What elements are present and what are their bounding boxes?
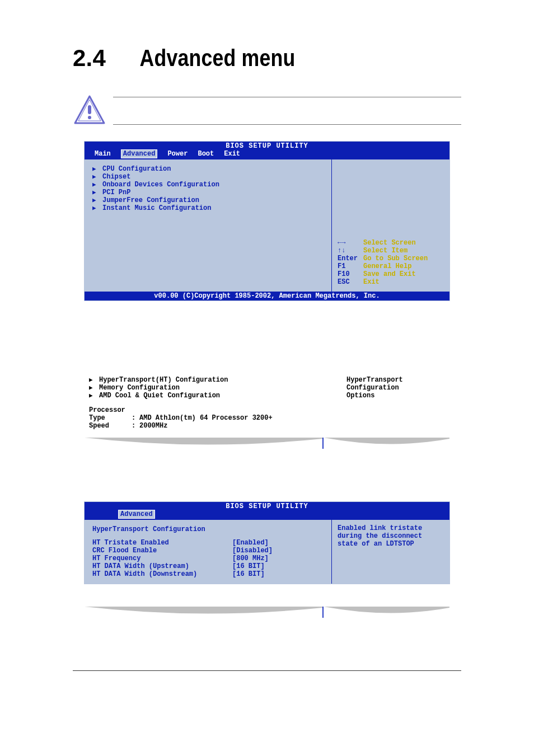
setting-row[interactable]: HT Frequency [800 MHz]	[92, 555, 331, 562]
help-action: Select Screen	[363, 239, 416, 247]
help-row: F1General Help	[338, 262, 444, 270]
submenu-arrow-icon: ▶	[89, 392, 99, 400]
bios-menubar: Main Advanced Power Boot Exit	[85, 150, 449, 159]
help-key: F1	[338, 262, 363, 270]
help-key: Enter	[338, 255, 363, 262]
help-action: Exit	[363, 278, 380, 286]
menu-item[interactable]: ▶ Chipset	[92, 173, 331, 181]
setting-row[interactable]: HT Tristate Enabled [Enabled]	[92, 539, 331, 547]
tab-exit[interactable]: Exit	[224, 150, 240, 158]
menu-item[interactable]: ▶ PCI PnP	[92, 189, 331, 196]
help-key: ←→	[338, 239, 363, 247]
svg-point-3	[88, 116, 91, 119]
submenu-arrow-icon: ▶	[92, 165, 102, 173]
setting-name: HT Tristate Enabled	[92, 539, 232, 547]
bios-copyright: v00.00 (C)Copyright 1985-2002, American …	[85, 292, 449, 300]
help-key: F10	[338, 270, 363, 278]
bios-body: ▶ CPU Configuration ▶ Chipset ▶ Onboard …	[85, 159, 449, 292]
setting-value: [16 BIT]	[232, 562, 265, 570]
setting-name: HT Frequency	[92, 555, 232, 562]
setting-value: [16 BIT]	[232, 570, 265, 578]
help-action: General Help	[363, 262, 411, 270]
bios-content-pane: HyperTransport Configuration HT Tristate…	[85, 520, 332, 584]
submenu-arrow-icon: ▶	[92, 181, 102, 189]
setting-name: HT DATA Width (Downstream)	[92, 570, 232, 578]
help-line: Enabled link tristate	[338, 524, 444, 532]
bios-menubar: Advanced	[85, 510, 449, 520]
menu-item-label: JumperFree Configuration	[102, 196, 199, 204]
menu-item[interactable]: ▶ Onboard Devices Configuration	[92, 181, 331, 189]
setting-value: [800 MHz]	[232, 555, 269, 562]
menu-item[interactable]: ▶ JumperFree Configuration	[92, 196, 331, 204]
caution-icon	[73, 94, 106, 128]
help-key: ↑↓	[338, 247, 363, 255]
help-row: ↑↓Select Item	[338, 247, 444, 255]
setting-value: [Disabled]	[232, 547, 273, 555]
setting-row[interactable]: HT DATA Width (Upstream) [16 BIT]	[92, 562, 331, 570]
panel-help: HyperTransport Configuration Options	[341, 374, 449, 432]
setting-row[interactable]: HT DATA Width (Downstream) [16 BIT]	[92, 570, 331, 578]
colon: :	[132, 414, 139, 422]
setting-name: CRC Flood Enable	[92, 547, 232, 555]
value: 2000MHz	[139, 422, 167, 430]
setting-name: HT DATA Width (Upstream)	[92, 562, 232, 570]
page-title: 2.4 Advanced menu	[73, 45, 461, 72]
submenu-arrow-icon: ▶	[92, 196, 102, 204]
panel-bottom-swoosh	[85, 607, 449, 620]
setting-row[interactable]: CRC Flood Enable [Disabled]	[92, 547, 331, 555]
menu-item-label: CPU Configuration	[102, 165, 171, 173]
label: Type	[89, 414, 132, 422]
tab-advanced[interactable]: Advanced	[118, 510, 155, 519]
colon: :	[132, 422, 139, 430]
menu-item-label: Instant Music Configuration	[102, 204, 211, 212]
menu-item[interactable]: ▶ HyperTransport(HT) Configuration	[89, 376, 336, 384]
help-line: during the disconnect	[338, 532, 444, 540]
processor-type-row: Type : AMD Athlon(tm) 64 Processor 3200+	[89, 414, 336, 422]
submenu-arrow-icon: ▶	[92, 189, 102, 196]
help-row: ←→Select Screen	[338, 239, 444, 247]
submenu-arrow-icon: ▶	[89, 384, 99, 392]
help-line: state of an LDTSTOP	[338, 540, 444, 548]
menu-item-label: AMD Cool & Quiet Configuration	[99, 392, 220, 400]
processor-heading: Processor	[89, 406, 336, 414]
menu-item-label: HyperTransport(HT) Configuration	[99, 376, 228, 384]
help-row: EnterGo to Sub Screen	[338, 255, 444, 262]
menu-item[interactable]: ▶ AMD Cool & Quiet Configuration	[89, 392, 336, 400]
help-key: ESC	[338, 278, 363, 286]
caution-rules	[113, 97, 461, 125]
setting-value: [Enabled]	[232, 539, 269, 547]
tab-main[interactable]: Main	[95, 150, 111, 158]
processor-speed-row: Speed : 2000MHz	[89, 422, 336, 430]
menu-item-label: Onboard Devices Configuration	[102, 181, 219, 189]
cpu-config-panel: ▶ HyperTransport(HT) Configuration ▶ Mem…	[85, 374, 449, 432]
submenu-arrow-icon: ▶	[92, 173, 102, 181]
panel-bottom-swoosh	[85, 438, 449, 451]
page: 2.4 Advanced menu BIOS SETUP UTILITY Mai…	[0, 0, 534, 709]
menu-item-label: PCI PnP	[102, 189, 130, 196]
section-label: Advanced menu	[139, 45, 295, 72]
bios-ht-config: BIOS SETUP UTILITY Advanced HyperTranspo…	[84, 501, 450, 584]
bios-title: BIOS SETUP UTILITY	[85, 142, 449, 150]
help-line: Configuration	[346, 384, 447, 392]
bios-help-pane: Enabled link tristate during the disconn…	[332, 520, 449, 584]
svg-rect-4	[322, 438, 324, 449]
svg-rect-5	[322, 607, 324, 618]
tab-power[interactable]: Power	[167, 150, 188, 158]
menu-item[interactable]: ▶ CPU Configuration	[92, 165, 331, 173]
bios-content-pane: ▶ CPU Configuration ▶ Chipset ▶ Onboard …	[85, 159, 332, 292]
footer-rule	[73, 670, 461, 671]
menu-item[interactable]: ▶ Memory Configuration	[89, 384, 336, 392]
tab-advanced[interactable]: Advanced	[121, 149, 158, 158]
bios-help-pane: ←→Select Screen ↑↓Select Item EnterGo to…	[332, 159, 449, 292]
help-action: Go to Sub Screen	[363, 255, 428, 262]
submenu-arrow-icon: ▶	[92, 204, 102, 212]
menu-item[interactable]: ▶ Instant Music Configuration	[92, 204, 331, 212]
help-action: Save and Exit	[363, 270, 416, 278]
help-row: F10Save and Exit	[338, 270, 444, 278]
section-number: 2.4	[73, 45, 106, 71]
tab-boot[interactable]: Boot	[198, 150, 214, 158]
help-line: Options	[346, 392, 447, 400]
help-action: Select Item	[363, 247, 407, 255]
submenu-arrow-icon: ▶	[89, 376, 99, 384]
help-row: ESCExit	[338, 278, 444, 286]
